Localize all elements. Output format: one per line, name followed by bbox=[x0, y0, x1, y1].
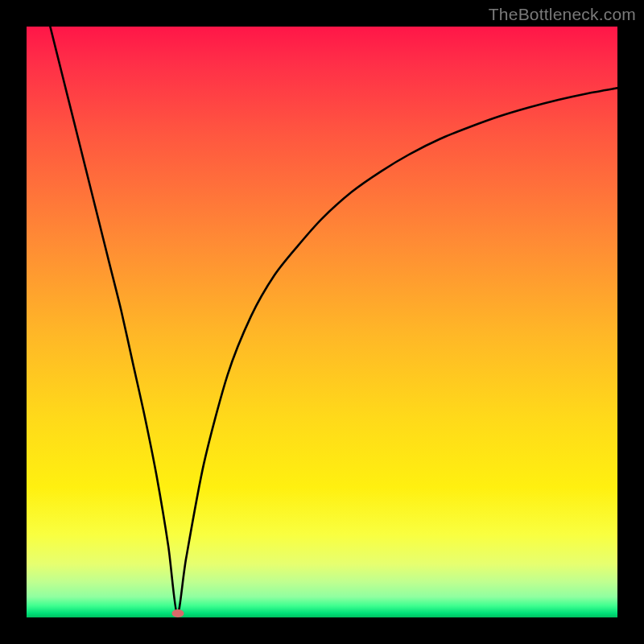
chart-frame: TheBottleneck.com bbox=[0, 0, 644, 644]
minimum-marker bbox=[171, 609, 184, 617]
watermark-text: TheBottleneck.com bbox=[489, 5, 636, 24]
plot-area bbox=[27, 27, 617, 617]
bottleneck-curve bbox=[27, 27, 617, 617]
